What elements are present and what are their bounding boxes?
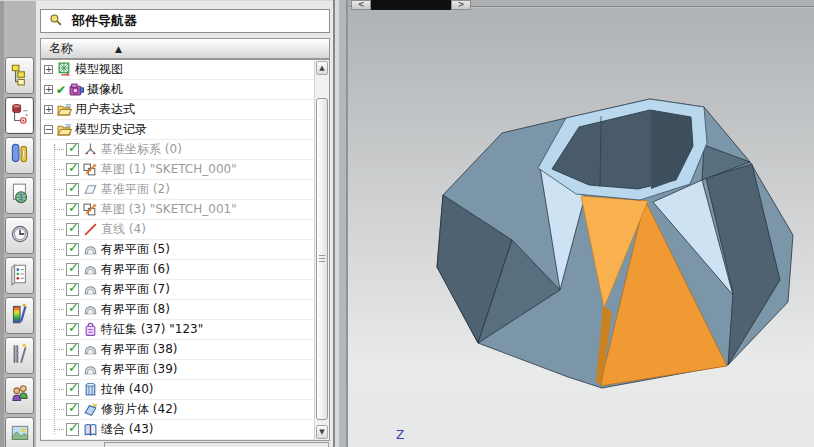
checkbox[interactable]: ✓ xyxy=(66,403,79,416)
checkbox[interactable]: ✓ xyxy=(66,223,79,236)
checkbox[interactable]: ✓ xyxy=(66,343,79,356)
column-header-label: 名称 xyxy=(49,40,73,57)
checkbox[interactable]: ✓ xyxy=(66,263,79,276)
checkbox[interactable]: ✓ xyxy=(66,423,79,436)
tree-row-label: 有界平面 (5) xyxy=(101,241,170,258)
tab-roles[interactable] xyxy=(5,377,34,414)
3d-model[interactable] xyxy=(348,0,814,447)
tab-palette[interactable] xyxy=(5,257,34,294)
tab-materials[interactable] xyxy=(5,297,34,334)
sketch-icon xyxy=(83,202,98,217)
tab-history[interactable] xyxy=(5,217,34,254)
part-navigator-icon xyxy=(10,102,30,130)
resource-bar xyxy=(0,0,36,447)
tree-row[interactable]: ✓草图 (3) "SKETCH_001" xyxy=(41,200,314,220)
scrollbar-thumb[interactable] xyxy=(316,98,328,420)
tree-connector xyxy=(55,369,64,370)
column-header[interactable]: 名称 ▲ xyxy=(40,38,330,59)
tree-row[interactable]: ✓直线 (4) xyxy=(41,220,314,240)
materials-icon xyxy=(10,302,30,330)
expander-plus-icon[interactable]: + xyxy=(44,85,53,94)
navigator-pin-icon[interactable] xyxy=(48,12,63,30)
tree-connector xyxy=(55,429,64,430)
tree-row[interactable]: ✓有界平面 (38) xyxy=(41,340,314,360)
tree-connector xyxy=(55,329,64,330)
tab-visualization-tools[interactable] xyxy=(5,337,34,374)
part-navigator-panel: 部件导航器 名称 ▲ +模型视图+✔摄像机+用户表达式−模型历史记录✓基准坐标系… xyxy=(36,0,333,447)
dependencies-panel-edge xyxy=(104,442,329,447)
tree-row[interactable]: ✓缝合 (43) xyxy=(41,420,314,440)
extrude-icon xyxy=(83,382,98,397)
tree-row-label: 修剪片体 (42) xyxy=(101,401,177,418)
tree-row-label: 草图 (3) "SKETCH_001" xyxy=(101,201,237,218)
tree-row[interactable]: ✓拉伸 (40) xyxy=(41,380,314,400)
model-views-icon xyxy=(57,62,72,77)
bounded-plane-icon xyxy=(83,242,98,257)
tree-row[interactable]: ✓草图 (1) "SKETCH_000" xyxy=(41,160,314,180)
tree-row-label: 直线 (4) xyxy=(101,221,146,238)
tree-row[interactable]: ✓基准平面 (2) xyxy=(41,180,314,200)
scroll-up-icon[interactable]: ▲ xyxy=(316,61,328,75)
tree-row[interactable]: ✓有界平面 (39) xyxy=(41,360,314,380)
checkbox[interactable]: ✓ xyxy=(66,143,79,156)
checkbox[interactable]: ✓ xyxy=(66,163,79,176)
tab-constraint-navigator[interactable] xyxy=(5,137,34,174)
tree-row[interactable]: ✓有界平面 (7) xyxy=(41,280,314,300)
tree-row[interactable]: ✓特征集 (37) "123" xyxy=(41,320,314,340)
checkbox[interactable]: ✓ xyxy=(66,183,79,196)
graphics-viewport[interactable]: < > Z xyxy=(348,0,814,447)
tree-row[interactable]: ✓有界平面 (6) xyxy=(41,260,314,280)
tab-scene[interactable] xyxy=(5,417,34,447)
tree-row-label: 模型历史记录 xyxy=(75,121,147,138)
tree-row-label: 缝合 (43) xyxy=(101,421,153,438)
tab-part-navigator[interactable] xyxy=(5,97,34,134)
tree-row[interactable]: +用户表达式 xyxy=(41,100,314,120)
tree-scrollbar[interactable]: ▲ ▼ xyxy=(314,60,329,440)
plane-icon xyxy=(83,182,98,197)
checkbox[interactable]: ✓ xyxy=(66,323,79,336)
tree-row[interactable]: ✓基准坐标系 (0) xyxy=(41,140,314,160)
tab-assembly-navigator[interactable] xyxy=(5,57,34,94)
tree-row-label: 拉伸 (40) xyxy=(101,381,153,398)
tree-row[interactable]: +✔摄像机 xyxy=(41,80,314,100)
scroll-down-icon[interactable]: ▼ xyxy=(316,425,328,439)
camera-icon xyxy=(69,82,84,97)
tree-row-label: 特征集 (37) "123" xyxy=(101,321,203,338)
checkbox[interactable]: ✓ xyxy=(66,283,79,296)
bounded-plane-icon xyxy=(83,262,98,277)
tree-connector xyxy=(55,209,64,210)
axis-z-label: Z xyxy=(396,428,404,442)
folder-icon xyxy=(57,102,72,117)
bounded-plane-icon xyxy=(83,362,98,377)
tree-row-label: 有界平面 (8) xyxy=(101,301,170,318)
sew-icon xyxy=(83,422,98,437)
tab-web-browser[interactable] xyxy=(5,177,34,214)
tree-box: +模型视图+✔摄像机+用户表达式−模型历史记录✓基准坐标系 (0)✓草图 (1)… xyxy=(40,59,330,441)
checkbox[interactable]: ✓ xyxy=(66,303,79,316)
tree-row-label: 草图 (1) "SKETCH_000" xyxy=(101,161,237,178)
tree-connector xyxy=(55,389,64,390)
assembly-navigator-icon xyxy=(10,62,30,90)
tree-row-label: 有界平面 (7) xyxy=(101,281,170,298)
tree-row[interactable]: ✓有界平面 (5) xyxy=(41,240,314,260)
tree-row-label: 有界平面 (6) xyxy=(101,261,170,278)
checkbox[interactable]: ✓ xyxy=(66,363,79,376)
tree-connector xyxy=(55,269,64,270)
tree-row[interactable]: +模型视图 xyxy=(41,60,314,80)
tree-row-label: 摄像机 xyxy=(87,81,123,98)
expander-minus-icon[interactable]: − xyxy=(44,125,53,134)
panel-splitter[interactable] xyxy=(333,0,348,447)
tree-row[interactable]: ✓修剪片体 (42) xyxy=(41,400,314,420)
tree-connector xyxy=(55,229,64,230)
web-browser-icon xyxy=(10,182,30,210)
tree-row-label: 基准平面 (2) xyxy=(101,181,170,198)
checkbox[interactable]: ✓ xyxy=(66,203,79,216)
checkbox[interactable]: ✓ xyxy=(66,243,79,256)
tree-row[interactable]: −模型历史记录 xyxy=(41,120,314,140)
expander-plus-icon[interactable]: + xyxy=(44,105,53,114)
trim-sheet-icon xyxy=(83,402,98,417)
checkbox[interactable]: ✓ xyxy=(66,383,79,396)
expander-plus-icon[interactable]: + xyxy=(44,65,53,74)
sort-ascending-icon[interactable]: ▲ xyxy=(115,44,122,54)
tree-row[interactable]: ✓有界平面 (8) xyxy=(41,300,314,320)
